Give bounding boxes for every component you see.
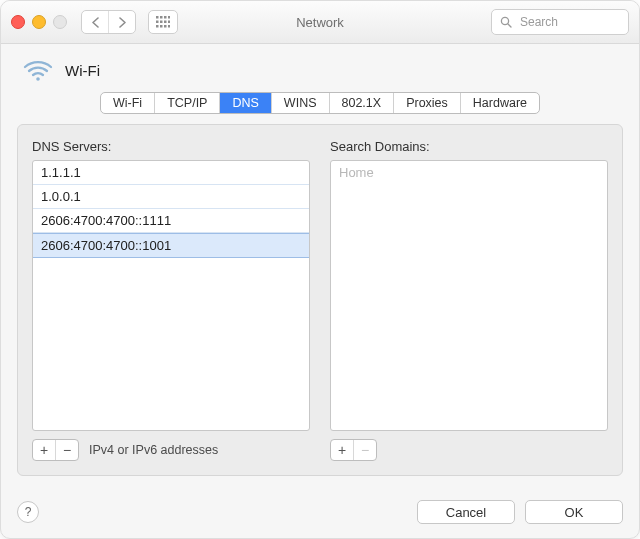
svg-rect-10 (164, 25, 167, 28)
tab-dns[interactable]: DNS (220, 93, 271, 113)
svg-point-14 (36, 77, 40, 81)
dns-server-row[interactable]: 2606:4700:4700::1111 (33, 209, 309, 233)
search-domains-list[interactable]: Home (330, 160, 608, 431)
search-domains-label: Search Domains: (330, 139, 608, 154)
svg-rect-4 (156, 21, 159, 24)
dns-hint: IPv4 or IPv6 addresses (89, 443, 218, 457)
svg-rect-1 (160, 16, 163, 19)
tab-proxies[interactable]: Proxies (394, 93, 461, 113)
svg-rect-0 (156, 16, 159, 19)
dns-server-row[interactable]: 2606:4700:4700::1001 (33, 233, 309, 258)
search-domains-placeholder: Home (331, 161, 607, 184)
dns-add-button[interactable]: + (33, 440, 55, 460)
svg-rect-8 (156, 25, 159, 28)
tab-wins[interactable]: WINS (272, 93, 330, 113)
dns-remove-button[interactable]: − (55, 440, 78, 460)
dns-servers-label: DNS Servers: (32, 139, 310, 154)
close-window-button[interactable] (11, 15, 25, 29)
dns-server-row[interactable]: 1.0.0.1 (33, 185, 309, 209)
window-controls (11, 15, 67, 29)
svg-rect-3 (168, 16, 170, 19)
connection-header: Wi-Fi (17, 54, 623, 92)
search-domains-section: Search Domains: Home + − (330, 139, 608, 461)
svg-line-13 (508, 24, 511, 27)
dns-add-remove: + − (32, 439, 79, 461)
nav-back-forward (81, 10, 136, 34)
search-icon (500, 16, 512, 28)
svg-rect-11 (168, 25, 170, 28)
minimize-window-button[interactable] (32, 15, 46, 29)
search-domains-add-remove: + − (330, 439, 377, 461)
svg-rect-6 (164, 21, 167, 24)
svg-rect-7 (168, 21, 170, 24)
svg-rect-9 (160, 25, 163, 28)
dns-servers-list[interactable]: 1.1.1.11.0.0.12606:4700:4700::11112606:4… (32, 160, 310, 431)
zoom-window-button[interactable] (53, 15, 67, 29)
svg-rect-5 (160, 21, 163, 24)
show-all-button[interactable] (148, 10, 178, 34)
ok-button[interactable]: OK (525, 500, 623, 524)
svg-rect-2 (164, 16, 167, 19)
wifi-icon (23, 58, 53, 82)
search-field[interactable] (491, 9, 629, 35)
svg-point-12 (501, 17, 508, 24)
search-input[interactable] (518, 14, 620, 30)
tab-wifi[interactable]: Wi-Fi (101, 93, 155, 113)
settings-tabs: Wi-FiTCP/IPDNSWINS802.1XProxiesHardware (100, 92, 540, 114)
search-domains-remove-button: − (353, 440, 376, 460)
tab-hardware[interactable]: Hardware (461, 93, 539, 113)
search-domains-add-button[interactable]: + (331, 440, 353, 460)
dns-server-row[interactable]: 1.1.1.1 (33, 161, 309, 185)
tab-8021x[interactable]: 802.1X (330, 93, 395, 113)
dns-servers-section: DNS Servers: 1.1.1.11.0.0.12606:4700:470… (32, 139, 310, 461)
window-titlebar: Network (1, 1, 639, 44)
forward-button[interactable] (108, 11, 135, 33)
cancel-button[interactable]: Cancel (417, 500, 515, 524)
tab-tcpip[interactable]: TCP/IP (155, 93, 220, 113)
connection-name: Wi-Fi (65, 62, 100, 79)
back-button[interactable] (82, 11, 108, 33)
help-button[interactable]: ? (17, 501, 39, 523)
